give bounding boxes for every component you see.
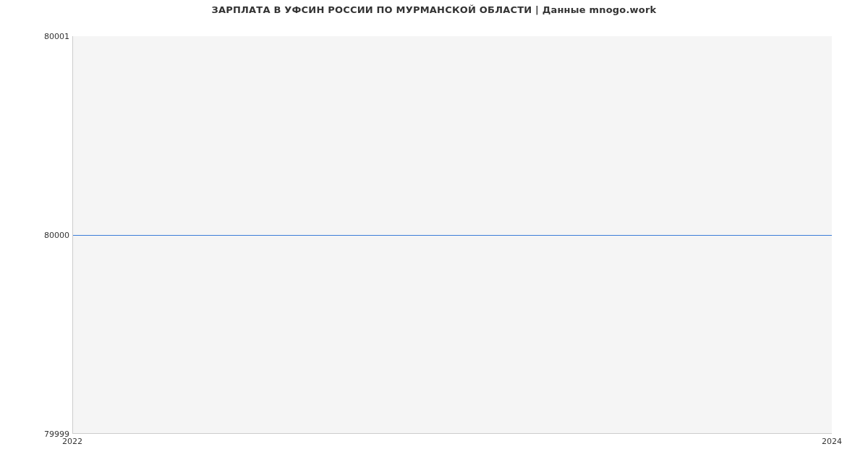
chart-title: ЗАРПЛАТА В УФСИН РОССИИ ПО МУРМАНСКОЙ ОБ… (0, 4, 868, 15)
x-tick-label: 2022 (62, 437, 82, 446)
series-line-salary (73, 235, 832, 236)
y-tick-label: 80001 (44, 32, 69, 41)
chart-container: ЗАРПЛАТА В УФСИН РОССИИ ПО МУРМАНСКОЙ ОБ… (0, 0, 868, 470)
plot-area (72, 36, 832, 434)
y-tick-label: 80000 (44, 231, 69, 240)
x-tick-label: 2024 (822, 437, 842, 446)
